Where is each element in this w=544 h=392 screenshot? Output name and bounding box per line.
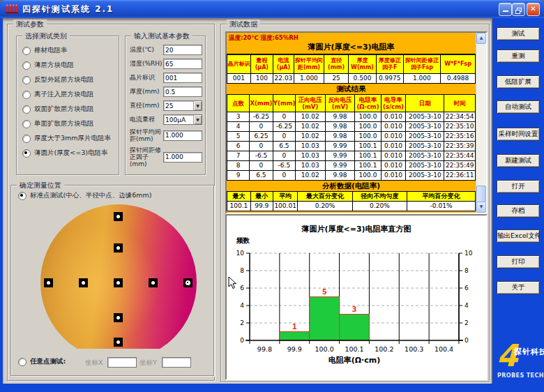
radio-icon [22, 61, 31, 70]
table-cell: 2005-3-10 [406, 122, 444, 132]
test-type-option[interactable]: 棒材电阻率 [22, 46, 111, 55]
group-title: 输入测试基本参数 [131, 31, 192, 41]
radio-icon [22, 135, 31, 143]
group-test-type: 选择测试类别 棒材电阻率薄层方块电阻反型外延层方块电阻离子注入层方块电阻双面扩散… [16, 36, 119, 175]
column-header: 平均 [273, 192, 298, 202]
param-select[interactable]: 100μA▼ [163, 114, 202, 125]
table-cell: 99.9 [250, 202, 273, 211]
svg-text:100.0: 100.0 [315, 345, 334, 353]
chevron-down-icon[interactable]: ▼ [193, 115, 202, 124]
param-input[interactable]: 65 [163, 59, 202, 69]
vertical-scrollbar[interactable]: ▲ ▼ [476, 33, 486, 213]
column-header: W*F*Fsp [441, 55, 476, 74]
table-cell: 100.0 [355, 112, 381, 122]
table-cell: 0.010 [381, 151, 406, 161]
header-row: 最大最小平均最大百分变化径向不均匀度平均百分变化 [227, 192, 476, 202]
test-button[interactable]: 测试 [497, 27, 540, 40]
standard-point-option[interactable]: 标准点测试(中心、半径中点、边缘6mm) [18, 191, 151, 200]
test-type-option[interactable]: 反型外延层方块电阻 [22, 75, 111, 84]
svg-text:1: 1 [292, 323, 297, 331]
param-value: 20 [165, 47, 173, 54]
param-field-row: 电流量程100μA▼ [130, 114, 202, 125]
chevron-down-icon[interactable]: ▼ [193, 101, 202, 110]
table-cell: 9 [227, 171, 250, 181]
wafer-map [36, 202, 204, 349]
table-cell: 9.98 [325, 122, 355, 132]
group-test-data: 测试数据 温度:20℃ 湿度:65%RH 薄圆片(厚度<=3)电阻率 晶片标识量… [220, 24, 490, 382]
column-header: 时间 [444, 95, 476, 112]
restore-button[interactable] [512, 3, 525, 16]
test-type-option[interactable]: 双面扩散层方块电阻 [22, 105, 111, 114]
param-input[interactable]: 001 [163, 73, 202, 83]
param-input[interactable]: 0.5 [163, 86, 202, 97]
new-test-button[interactable]: 新建测试 [497, 154, 540, 167]
open-button[interactable]: 打开 [497, 180, 540, 193]
params-table: 晶片标识量程(μA)电流(μA)探针平均间距(mm)直径(mm)厚度W(mm)厚… [227, 54, 476, 84]
scroll-down-icon[interactable]: ▼ [476, 202, 486, 213]
column-header: 正向电压(mV) [295, 95, 325, 112]
arbitrary-point-option[interactable]: 任意点测试: [18, 357, 66, 366]
group-test-parameters: 测试参数 选择测试类别 棒材电阻率薄层方块电阻反型外延层方块电阻离子注入层方块电… [7, 24, 215, 381]
table-cell: 0.20% [298, 202, 352, 211]
test-type-option[interactable]: 薄圆片(厚度<=3)电阻率 [22, 149, 111, 158]
table-cell: 0 [250, 161, 273, 171]
group-title: 选择测试类别 [22, 31, 70, 41]
minimize-button[interactable] [499, 3, 512, 16]
svg-text:10: 10 [236, 250, 245, 257]
column-header: 电阻率(Ω·cm) [355, 95, 381, 112]
param-label: 晶片标识 [130, 74, 163, 81]
measure-point [114, 338, 123, 347]
param-field-row: 湿度(%RH)65 [130, 59, 202, 69]
app-icon [6, 4, 18, 14]
param-input[interactable]: 1.000 [163, 152, 202, 163]
test-type-option[interactable]: 单面扩散层方块电阻 [22, 119, 111, 128]
test-type-option[interactable]: 离子注入层方块电阻 [22, 90, 111, 99]
mouse-cursor [228, 276, 237, 289]
scroll-up-icon[interactable]: ▲ [476, 33, 486, 44]
param-input[interactable]: 20 [163, 45, 202, 55]
table-cell: 22:35:44 [444, 151, 476, 161]
param-input[interactable]: 1.000 [163, 130, 202, 141]
about-button[interactable]: 关于 [497, 281, 540, 294]
header-row: 点数X(mm)Y(mm)正向电压(mV)反向电压(mV)电阻率(Ω·cm)电导率… [227, 95, 476, 112]
sampling-time-settings-button[interactable]: 采样时间设置 [497, 128, 540, 141]
print-button[interactable]: 打印 [497, 255, 540, 269]
results-band: 测试结果 [227, 84, 476, 94]
table-cell: 9.99 [325, 151, 355, 161]
archive-button[interactable]: 存档 [497, 204, 540, 218]
table-cell: -6.5 [250, 151, 273, 161]
table-cell: 0.010 [381, 112, 406, 122]
param-select[interactable]: 25▼ [163, 100, 202, 111]
table-cell: 6 [227, 142, 250, 151]
retest-button[interactable]: 重测 [497, 50, 540, 63]
client-area: 测试参数 选择测试类别 棒材电阻率薄层方块电阻反型外延层方块电阻离子注入层方块电… [3, 18, 492, 384]
test-type-option[interactable]: 厚度大于3mm厚片电阻率 [22, 134, 111, 143]
coord-x-input[interactable] [107, 357, 137, 368]
table-row: 40-6.2510.029.98100.00.0102005-3-1022:35… [227, 122, 476, 132]
table-cell: 6.5 [250, 171, 273, 181]
table-cell: 0.010 [381, 122, 406, 132]
column-header: Y(mm) [273, 95, 295, 112]
param-value: 100μA [165, 116, 186, 123]
table-cell: 0.20% [352, 202, 407, 211]
auto-test-button[interactable]: 自动测试 [497, 100, 540, 114]
export-excel-button[interactable]: 输出Excel文件 [497, 229, 540, 243]
coord-y-input[interactable] [162, 357, 191, 368]
close-button[interactable]: ✕ [527, 3, 540, 16]
table-cell: 0.010 [381, 161, 406, 171]
test-type-option-label: 厚度大于3mm厚片电阻率 [34, 134, 111, 143]
histogram-panel: 薄圆片(厚度<=3)电阻率直方图 频数 1530022446688101099.… [225, 214, 488, 380]
table-cell: 1.000 [403, 74, 440, 84]
column-header: 最大 [227, 192, 251, 202]
svg-text:6: 6 [464, 285, 469, 292]
test-type-option[interactable]: 薄层方块电阻 [22, 61, 111, 70]
test-type-option-label: 双面扩散层方块电阻 [34, 105, 94, 114]
param-label: 探针间距修正因子(mm) [130, 146, 163, 168]
radio-icon [22, 105, 31, 114]
column-header: 平均百分变化 [407, 192, 476, 202]
svg-text:3: 3 [352, 306, 357, 313]
scrollbar-thumb[interactable] [476, 186, 486, 202]
low-resistance-expand-button[interactable]: 低阻扩展 [497, 75, 540, 89]
table-cell: -6.25 [250, 112, 273, 122]
data-tables: 温度:20℃ 湿度:65%RH 薄圆片(厚度<=3)电阻率 晶片标识量程(μA)… [227, 33, 476, 213]
